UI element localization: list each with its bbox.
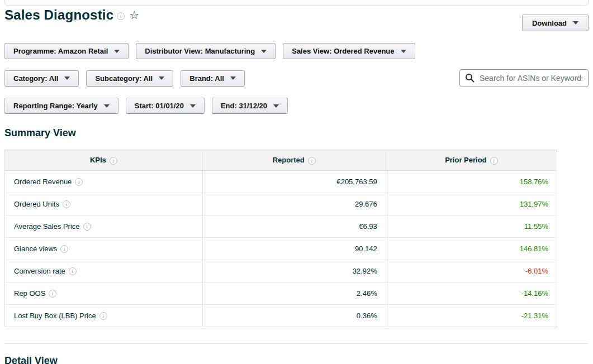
filter-subcategory-label: Subcategory: All [95,74,153,83]
table-row: Lost Buy Box (LBB) Price 0.36% -21.31% [5,305,557,327]
filter-distributor-view-button[interactable]: Distributor View: Manufacturing [136,43,276,59]
filter-programme-label: Programme: Amazon Retail [13,47,108,55]
prior-period-value-cell: -21.31% [386,305,557,327]
table-header-row: KPIs Reported Prior Period [5,150,557,171]
reported-value-cell: €205,763.59 [202,171,386,193]
reported-value-cell: 29,676 [202,193,386,215]
column-header-reported-label: Reported [273,156,305,164]
reported-value-cell: 2.46% [202,282,386,305]
section-divider [4,343,589,344]
table-row: Rep OOS 2.46% -14.16% [5,282,557,305]
reported-info-icon[interactable] [308,157,316,165]
filter-sales-view-label: Sales View: Ordered Revenue [292,47,394,55]
page-title-info-icon[interactable] [117,12,125,20]
kpi-label: Ordered Revenue [14,178,72,186]
kpi-name-cell: Ordered Units [5,193,203,215]
download-button[interactable]: Download [522,15,589,31]
prior-period-value-cell: -6.01% [386,260,557,282]
page-header: Sales Diagnostic Download [4,0,589,31]
reported-value-cell: 90,142 [202,238,386,260]
filter-brand-label: Brand: All [189,74,224,83]
chevron-down-icon [230,76,236,80]
summary-kpi-table: KPIs Reported Prior Period Ordered Reven… [4,150,557,327]
page-title: Sales Diagnostic [4,8,113,22]
filter-row-category: Category: All Subcategory: All Brand: Al… [4,69,589,87]
filter-category-button[interactable]: Category: All [4,70,79,87]
kpi-info-icon[interactable] [49,290,56,298]
filter-reporting-range-button[interactable]: Reporting Range: Yearly [4,98,118,114]
kpi-name-cell: Rep OOS [5,282,203,305]
prior-period-value-cell: 11.55% [386,215,557,238]
table-row: Conversion rate 32.92% -6.01% [5,260,557,282]
reported-value-cell: €6.93 [202,215,386,238]
filter-start-date-label: Start: 01/01/20 [135,102,184,110]
chevron-down-icon [104,104,110,108]
filter-row-dates: Reporting Range: Yearly Start: 01/01/20 … [4,98,589,114]
table-row: Glance views 90,142 146.81% [5,238,557,260]
column-header-reported: Reported [202,150,386,171]
column-header-prior-period: Prior Period [386,150,557,171]
prior-period-value-cell: 131.97% [386,193,557,215]
favorite-star-icon[interactable] [129,9,139,21]
kpi-name-cell: Ordered Revenue [5,171,203,193]
chevron-down-icon [261,50,267,53]
column-header-kpis-label: KPIs [90,156,106,164]
chevron-down-icon [190,104,196,108]
kpi-name-cell: Conversion rate [5,260,203,282]
kpi-name-cell: Glance views [5,238,203,260]
chevron-down-icon [273,104,279,108]
filter-programme-button[interactable]: Programme: Amazon Retail [4,43,129,59]
prior-period-value-cell: 158.76% [386,171,557,193]
kpi-name-cell: Average Sales Price [5,215,203,238]
kpi-info-icon[interactable] [99,312,107,320]
kpi-info-icon[interactable] [60,245,68,253]
prior-period-value-cell: 146.81% [386,238,557,260]
table-row: Ordered Units 29,676 131.97% [5,193,557,215]
column-header-prior-period-label: Prior Period [445,156,486,164]
table-row: Ordered Revenue €205,763.59 158.76% [5,171,557,193]
kpi-info-icon[interactable] [83,223,91,231]
filter-end-date-button[interactable]: End: 31/12/20 [212,98,288,114]
filter-brand-button[interactable]: Brand: All [181,70,245,87]
chevron-down-icon [401,50,406,53]
chevron-down-icon [159,76,164,80]
filter-category-label: Category: All [13,74,58,83]
reported-value-cell: 32.92% [202,260,386,282]
kpi-label: Glance views [14,245,57,253]
kpi-label: Ordered Units [14,200,59,208]
search-input[interactable] [459,69,589,87]
kpi-label: Average Sales Price [14,222,80,231]
kpi-info-icon[interactable] [69,267,77,275]
column-header-kpis: KPIs [5,150,203,171]
asin-search-box [459,69,589,87]
kpi-name-cell: Lost Buy Box (LBB) Price [5,305,203,327]
filter-distributor-view-label: Distributor View: Manufacturing [145,47,255,55]
chevron-down-icon [114,50,120,53]
filter-start-date-button[interactable]: Start: 01/01/20 [126,98,205,114]
kpi-label: Lost Buy Box (LBB) Price [14,312,96,320]
filter-end-date-label: End: 31/12/20 [221,102,267,110]
filter-row-primary: Programme: Amazon Retail Distributor Vie… [4,43,589,59]
sales-diagnostic-page: Sales Diagnostic Download Programme: Ama… [0,0,593,364]
detail-view-heading: Detail View [4,355,589,364]
summary-view-heading: Summary View [4,127,589,139]
reported-value-cell: 0.36% [202,305,386,327]
kpis-info-icon[interactable] [110,157,117,165]
kpi-label: Rep OOS [14,289,45,298]
prior-period-value-cell: -14.16% [386,282,557,305]
kpi-info-icon[interactable] [75,178,83,186]
filter-sales-view-button[interactable]: Sales View: Ordered Revenue [283,43,415,59]
chevron-down-icon [64,76,70,80]
download-button-label: Download [532,19,567,27]
prior-period-info-icon[interactable] [490,157,498,165]
filter-reporting-range-label: Reporting Range: Yearly [13,102,98,110]
table-row: Average Sales Price €6.93 11.55% [5,215,557,238]
chevron-down-icon [573,21,578,25]
kpi-info-icon[interactable] [63,200,70,208]
filter-subcategory-button[interactable]: Subcategory: All [86,70,173,87]
kpi-label: Conversion rate [14,267,65,275]
